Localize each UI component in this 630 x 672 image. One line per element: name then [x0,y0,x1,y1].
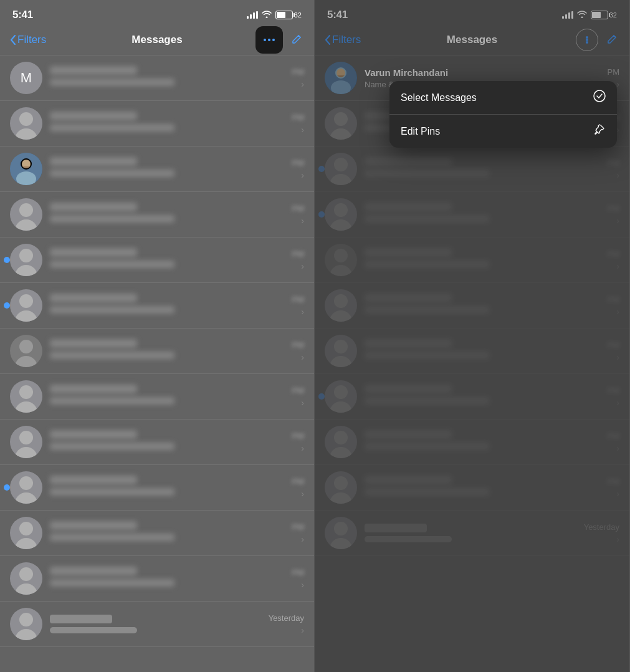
message-meta: PM › [608,204,620,226]
message-meta: PM › [292,204,305,226]
list-item[interactable]: PM › [315,283,629,329]
right-battery-icon: 32 [591,11,617,19]
chevron-right-icon: › [301,352,304,362]
message-name-blurred [365,476,452,484]
message-meta: PM › [292,113,305,135]
edit-pins-item[interactable]: Edit Pins [389,115,617,148]
message-text-blurred [50,215,174,223]
message-text-blurred [50,261,174,268]
list-item[interactable]: PM › [0,374,314,420]
bottom-bar-blurred [365,536,452,542]
right-more-dots-icon [586,36,588,44]
message-content [365,430,600,454]
right-nav-bar: Filters Messages [315,27,629,55]
left-back-button[interactable]: Filters [10,34,46,46]
chevron-right-icon: › [301,170,304,180]
message-text-blurred [50,79,174,86]
list-item[interactable]: PM › [315,374,629,420]
left-time: 5:41 [12,9,33,21]
right-status-bar: 5:41 32 [315,0,629,27]
message-content [50,66,285,90]
list-item[interactable]: PM › [315,192,629,238]
chevron-right-icon: › [616,216,619,226]
message-name-blurred [50,203,137,211]
message-name-blurred [50,567,137,575]
message-name-blurred [50,248,137,257]
list-item[interactable]: PM › [0,192,314,238]
left-wifi-icon [262,10,272,20]
message-meta: Yesterday › [584,522,619,544]
avatar [10,380,42,413]
message-text-blurred [50,488,174,496]
list-item[interactable]: PM › [0,556,314,602]
unread-dot-icon [4,302,10,309]
chevron-right-icon: › [301,580,304,590]
avatar [325,244,357,276]
list-item[interactable]: PM › [0,238,314,283]
right-back-button[interactable]: Filters [325,34,361,46]
avatar [10,289,42,322]
left-message-list: M PM › PM › [0,55,314,672]
avatar [10,426,42,458]
chevron-right-icon: › [616,534,619,544]
message-text-blurred [365,215,489,223]
avatar [325,198,357,231]
list-item[interactable]: PM › [0,420,314,465]
left-nav-actions [255,26,304,54]
right-compose-button[interactable] [606,32,619,49]
message-text-blurred [365,488,489,496]
message-content [365,385,600,408]
list-item[interactable]: PM › [0,146,314,192]
list-item[interactable]: PM › [0,465,314,511]
list-item[interactable]: PM › [315,146,629,192]
left-status-icons: 32 [247,10,302,20]
list-item[interactable]: PM › [315,238,629,283]
message-meta: PM › [608,477,620,499]
list-item[interactable]: M PM › [0,55,314,101]
message-meta: PM › [608,295,620,317]
chevron-right-icon: › [616,125,619,135]
message-text-blurred [50,352,174,359]
bottom-name-blurred [50,615,112,623]
message-meta: PM › [292,522,305,544]
message-content [365,248,600,272]
message-meta: Yesterday › [269,613,304,635]
list-item[interactable]: PM › [315,329,629,374]
left-back-label: Filters [17,34,46,46]
message-meta: PM › [608,431,620,453]
message-meta: PM › [292,295,305,317]
message-meta: PM › [292,568,305,590]
unread-dot-icon [318,393,325,400]
list-item[interactable]: PM › [0,511,314,556]
list-item-bottom[interactable]: Yesterday › [0,602,314,647]
avatar [325,289,357,322]
list-item[interactable]: PM › [0,329,314,374]
chevron-right-icon: › [301,216,304,226]
message-content [50,615,261,633]
message-text-blurred [365,443,489,450]
left-compose-button[interactable] [290,32,304,49]
message-text-blurred [365,352,489,359]
right-more-button[interactable] [576,29,598,51]
yesterday-label: Yesterday [584,522,619,532]
select-messages-item[interactable]: Select Messages [389,81,617,115]
message-text-blurred [50,170,174,177]
message-content [365,524,576,542]
message-name-blurred [365,430,452,439]
avatar [10,107,42,140]
list-item-bottom[interactable]: Yesterday › [315,511,629,556]
message-meta: PM › [608,158,620,180]
list-item[interactable]: PM › [315,465,629,511]
message-content [50,339,285,363]
message-content [365,339,600,363]
list-item[interactable]: PM › [0,283,314,329]
message-content [50,430,285,454]
message-name-blurred [50,66,137,75]
message-meta: PM › [608,249,620,271]
message-name-blurred [365,339,452,348]
left-more-button[interactable] [255,26,283,54]
list-item[interactable]: PM › [315,420,629,465]
list-item[interactable]: PM › [0,101,314,146]
message-meta: PM › [292,67,305,89]
left-nav-title: Messages [131,34,182,46]
